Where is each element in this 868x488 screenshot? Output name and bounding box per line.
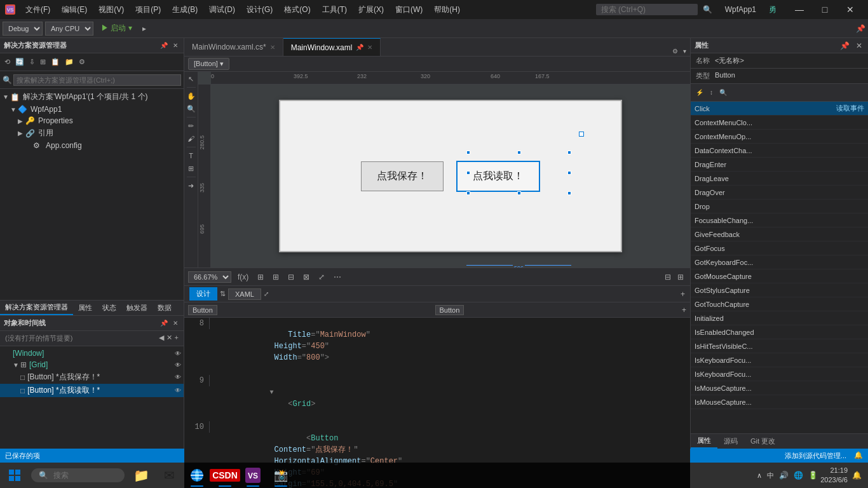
- menu-design[interactable]: 设计(G): [241, 3, 278, 17]
- prop-gotmousecapture[interactable]: GotMouseCapture: [691, 269, 868, 283]
- prop-gotstyluscapture[interactable]: GotStylusCapture: [691, 283, 868, 297]
- taskbar-vs[interactable]: VS: [239, 463, 267, 488]
- props-tab-git[interactable]: Git 更改: [744, 434, 782, 449]
- prop-gotkeyboardfoc[interactable]: GotKeyboardFoc...: [691, 255, 868, 269]
- prop-gottouchcapture[interactable]: GotTouchCapture: [691, 297, 868, 311]
- taskbar-battery-icon[interactable]: 🔋: [808, 471, 818, 480]
- sol-exp-tb1[interactable]: ⟲: [3, 57, 12, 67]
- prop-ismousecapture1[interactable]: IsMouseCapture...: [691, 381, 868, 395]
- notification-icon[interactable]: 🔔: [854, 451, 863, 461]
- prop-isenabledchanged[interactable]: IsEnabledChanged: [691, 325, 868, 339]
- prop-focusablechange[interactable]: FocusableChang...: [691, 214, 868, 227]
- close-button[interactable]: ✕: [837, 0, 863, 19]
- taskbar-search[interactable]: 🔍: [31, 468, 125, 482]
- obj-timeline-btn1[interactable]: ◀: [159, 334, 164, 342]
- prop-gotfocus[interactable]: GotFocus: [691, 241, 868, 255]
- maximize-button[interactable]: □: [812, 0, 837, 19]
- menu-format[interactable]: 格式(O): [279, 3, 315, 17]
- tool-zoom[interactable]: 🔍: [186, 103, 197, 114]
- menu-view[interactable]: 视图(V): [93, 3, 129, 17]
- xaml-element-button[interactable]: Button: [435, 305, 465, 315]
- tree-item-wpfapp1[interactable]: ▼ 🔷 WpfApp1: [0, 104, 184, 115]
- taskbar-csdn[interactable]: CSDN: [211, 463, 239, 488]
- add-source-mgmt[interactable]: 添加到源代码管理...: [785, 451, 846, 461]
- prop-iskeyboardfoc1[interactable]: IsKeyboardFocu...: [691, 353, 868, 367]
- obj-timeline-close[interactable]: ✕: [171, 319, 180, 327]
- zoom-select[interactable]: 66.67% 100%: [188, 271, 231, 283]
- props-pin[interactable]: 📌: [838, 41, 851, 51]
- obj-timeline-btn3[interactable]: +: [175, 334, 179, 342]
- design-align-btn[interactable]: ⊠: [301, 272, 312, 282]
- prop-givefeedback[interactable]: GiveFeedback: [691, 227, 868, 241]
- design-split-v[interactable]: ⊞: [675, 272, 686, 282]
- tab-xaml-pin[interactable]: 📌: [356, 44, 363, 51]
- tree-item-solution[interactable]: ▼ 📋 解决方案'WpfApp1'(1 个项目/共 1 个): [0, 90, 184, 104]
- tool-paint[interactable]: 🖌: [186, 133, 197, 144]
- xaml-expand-icon[interactable]: ⤢: [264, 290, 269, 297]
- windows-start-button[interactable]: [0, 463, 29, 488]
- vis-icon-read[interactable]: 👁: [175, 387, 181, 394]
- taskbar-speaker-icon[interactable]: 🔊: [779, 471, 789, 480]
- vis-icon-save[interactable]: 👁: [175, 374, 181, 381]
- sol-exp-tb7[interactable]: ⚙: [77, 57, 87, 67]
- tab-xaml-cs[interactable]: MainWindow.xaml.cs* ✕: [184, 38, 283, 56]
- design-snap-btn[interactable]: ⊟: [285, 272, 297, 282]
- sol-exp-close[interactable]: ✕: [171, 41, 180, 50]
- design-grid-btn1[interactable]: ⊞: [255, 272, 266, 282]
- design-split-h[interactable]: ⊟: [662, 272, 674, 282]
- obj-tree-grid[interactable]: ▼ ⊞ [Grid] 👁: [0, 359, 184, 370]
- debug-config-select[interactable]: Debug: [3, 22, 43, 36]
- sol-exp-tb6[interactable]: 📁: [63, 57, 76, 67]
- menu-build[interactable]: 生成(B): [167, 3, 203, 17]
- tab-triggers[interactable]: 触发器: [121, 301, 153, 315]
- tab-xaml-cs-close[interactable]: ✕: [270, 44, 275, 51]
- tree-item-references[interactable]: ▶ 🔗 引用: [0, 126, 184, 140]
- tab-data[interactable]: 数据: [153, 301, 177, 315]
- tab-solution-exp[interactable]: 解决方案资源管理器: [0, 301, 73, 315]
- tab-xaml-close[interactable]: ✕: [367, 44, 372, 51]
- xaml-toggle-btn[interactable]: XAML: [228, 288, 261, 300]
- tool-cursor[interactable]: ↖: [186, 73, 197, 85]
- sol-exp-tb3[interactable]: ⇩: [27, 57, 37, 67]
- obj-timeline-btn2[interactable]: ✕: [166, 334, 172, 342]
- tree-item-appconfig[interactable]: ⚙ App.config: [0, 140, 184, 151]
- taskbar-explorer[interactable]: 📁: [127, 463, 155, 488]
- taskbar-clock[interactable]: 21:19 2023/6/6: [820, 466, 848, 485]
- taskbar-snip[interactable]: 📸: [267, 463, 295, 488]
- props-tb-filter[interactable]: ⚡: [693, 88, 706, 97]
- props-close[interactable]: ✕: [854, 41, 864, 51]
- obj-timeline-pin[interactable]: 📌: [158, 319, 170, 327]
- prop-dragenter[interactable]: DragEnter: [691, 158, 868, 172]
- menu-debug[interactable]: 调试(D): [204, 3, 240, 17]
- prop-dragover[interactable]: DragOver: [691, 186, 868, 200]
- prop-contextmenuclo[interactable]: ContextMenuClo...: [691, 116, 868, 130]
- tool-arrow[interactable]: ➜: [186, 180, 197, 191]
- tab-scroll-left[interactable]: ⚙: [671, 46, 679, 56]
- sol-exp-tb5[interactable]: 📋: [49, 57, 62, 67]
- obj-tree-btn-save[interactable]: □ [Button] *点我保存！* 👁: [0, 370, 184, 384]
- cpu-select[interactable]: Any CPU: [45, 22, 93, 36]
- xaml-panel-expand[interactable]: +: [681, 290, 685, 299]
- wpf-btn-read[interactable]: 点我读取！: [456, 161, 540, 192]
- props-tab-properties[interactable]: 属性: [691, 434, 717, 449]
- props-tb-sort[interactable]: ↕: [707, 88, 715, 97]
- taskbar-notification[interactable]: 🔔: [850, 469, 863, 482]
- menu-extensions[interactable]: 扩展(X): [353, 3, 389, 17]
- title-search-input[interactable]: [596, 4, 698, 15]
- taskbar-browser[interactable]: [183, 463, 211, 488]
- menu-file[interactable]: 文件(F): [20, 3, 55, 17]
- tab-status[interactable]: 状态: [97, 301, 121, 315]
- design-fit-btn[interactable]: ⤢: [316, 272, 327, 282]
- tree-item-properties[interactable]: ▶ 🔑 Properties: [0, 115, 184, 126]
- prop-datacontextcha[interactable]: DataContextCha...: [691, 144, 868, 158]
- tab-xaml[interactable]: MainWindow.xaml 📌 ✕: [283, 38, 381, 56]
- prop-contextmenuop[interactable]: ContextMenuOp...: [691, 130, 868, 144]
- props-tb-search[interactable]: 🔍: [717, 88, 729, 97]
- taskbar-lang-icon[interactable]: 中: [767, 471, 774, 480]
- prop-iskeyboardfoc2[interactable]: IsKeyboardFocu...: [691, 367, 868, 381]
- prop-click[interactable]: Click 读取事件: [691, 102, 868, 116]
- menu-help[interactable]: 帮助(H): [429, 3, 465, 17]
- obj-tree-btn-read[interactable]: □ [Button] *点我读取！* 👁: [0, 384, 184, 397]
- prop-initialized[interactable]: Initialized: [691, 311, 868, 325]
- design-formula-btn[interactable]: f(x): [235, 272, 251, 282]
